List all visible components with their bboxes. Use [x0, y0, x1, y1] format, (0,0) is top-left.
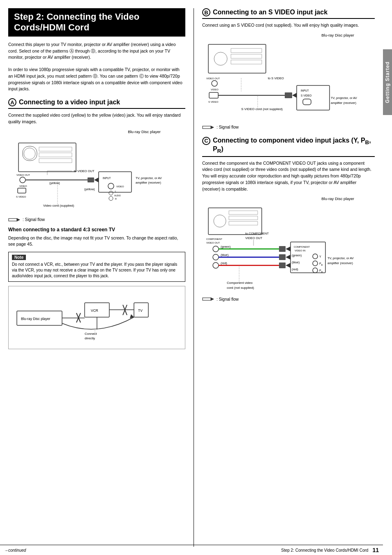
subsection-43-text: Depending on the disc, the image may not…	[8, 235, 185, 248]
section-b-diagram: Blu-ray Disc player VIDEO OUT VIDEO S VI…	[202, 33, 375, 130]
page-title: Step 2: Connecting the Video Cords/HDMI …	[14, 12, 180, 33]
svg-text:VIDEO OUT: VIDEO OUT	[245, 236, 263, 240]
section-a-diagram: Blu-ray Disc player VIDEO OUT VIDEO	[8, 129, 185, 223]
section-b-circle: B	[202, 8, 210, 16]
section-c-svg: COMPONENT VIDEO OUT	[204, 202, 373, 296]
svg-text:(blue): (blue)	[292, 260, 300, 264]
svg-text:(yellow): (yellow)	[49, 181, 60, 185]
svg-text:(yellow): (yellow)	[84, 187, 95, 191]
right-column: B Connecting to an S VIDEO input jack Co…	[194, 8, 375, 547]
section-c-title: C Connecting to component video input ja…	[202, 137, 375, 157]
section-a-text: Connect the supplied video cord (yellow)…	[8, 112, 185, 125]
svg-rect-55	[231, 60, 262, 64]
section-c-circle: C	[202, 137, 210, 145]
svg-text:Y: Y	[319, 255, 321, 258]
page-header: Step 2: Connecting the Video Cords/HDMI …	[8, 8, 185, 37]
svg-text:to VIDEO OUT: to VIDEO OUT	[74, 169, 95, 173]
svg-rect-78	[229, 211, 258, 214]
svg-marker-92	[286, 246, 291, 251]
signal-flow-icon-a	[8, 217, 21, 223]
svg-rect-76	[208, 208, 262, 235]
svg-text:S VIDEO: S VIDEO	[16, 196, 26, 198]
section-c-text: Connect the component via the COMPONENT …	[202, 160, 375, 193]
main-content: Step 2: Connecting the Video Cords/HDMI …	[0, 0, 383, 555]
svg-text:VIDEO IN: VIDEO IN	[295, 249, 305, 252]
section-a-title: A Connecting to a video input jack	[8, 98, 185, 109]
svg-rect-89	[279, 246, 286, 252]
svg-rect-51	[208, 44, 266, 73]
svg-marker-93	[286, 255, 291, 260]
svg-rect-62	[285, 92, 292, 98]
svg-text:VIDEO OUT: VIDEO OUT	[206, 77, 220, 80]
section-a-svg: VIDEO OUT VIDEO S VIDEO INPUT	[10, 135, 183, 217]
svg-text:(red): (red)	[292, 267, 298, 271]
page: Step 2: Connecting the Video Cords/HDMI …	[0, 0, 392, 555]
note-box: Note Do not connect a VCR, etc., between…	[8, 252, 185, 282]
svg-text:(red): (red)	[221, 261, 227, 265]
svg-text:to S VIDEO: to S VIDEO	[268, 76, 284, 80]
svg-point-102	[313, 268, 318, 273]
svg-text:VIDEO: VIDEO	[19, 185, 27, 187]
section-b-label: Connecting to an S VIDEO input jack	[213, 9, 327, 16]
svg-point-98	[313, 254, 318, 259]
svg-rect-53	[231, 48, 262, 53]
svg-text:(green): (green)	[221, 245, 231, 249]
svg-rect-54	[231, 54, 262, 58]
svg-text:Connect: Connect	[85, 332, 97, 336]
svg-rect-118	[203, 298, 211, 300]
svg-text:TV: TV	[138, 309, 143, 313]
svg-marker-33	[17, 218, 20, 221]
svg-point-18	[109, 191, 113, 195]
left-column: Step 2: Connecting the Video Cords/HDMI …	[8, 8, 194, 547]
svg-text:TV, projector, or AV: TV, projector, or AV	[136, 176, 162, 180]
svg-point-83	[213, 246, 219, 252]
svg-rect-3	[39, 147, 72, 151]
svg-text:(green): (green)	[292, 253, 302, 257]
svg-text:VIDEO OUT: VIDEO OUT	[16, 174, 30, 176]
svg-rect-91	[279, 263, 286, 268]
section-b-svg: VIDEO OUT VIDEO S VIDEO INPUT S VIDEO	[204, 38, 373, 124]
vcr-svg: Blu-ray Disc player VCR TV	[13, 290, 152, 344]
page-number: 11	[372, 547, 379, 553]
svg-marker-94	[286, 263, 291, 268]
blu-ray-label-b: Blu-ray Disc player	[202, 33, 375, 37]
svg-rect-90	[279, 254, 286, 260]
svg-text:TV, projector, or AV: TV, projector, or AV	[331, 96, 357, 100]
svg-text:PB: PB	[319, 262, 323, 266]
svg-rect-12	[88, 177, 94, 182]
blu-ray-label-c: Blu-ray Disc player	[202, 196, 375, 201]
signal-flow-b: : Signal flow	[202, 124, 375, 130]
svg-text:to COMPONENT: to COMPONENT	[245, 232, 269, 235]
svg-rect-1	[23, 146, 37, 161]
signal-flow-icon-c	[202, 296, 214, 302]
svg-text:R: R	[115, 198, 117, 200]
vcr-diagram: Blu-ray Disc player VCR TV	[8, 286, 185, 349]
intro-text-2: In order to view 1080p progressive signa…	[8, 67, 185, 92]
signal-flow-a: : Signal flow	[8, 217, 185, 223]
section-a-circle: A	[8, 98, 16, 106]
svg-rect-79	[229, 216, 258, 220]
section-b-text: Connect using an S VIDEO cord (not suppl…	[202, 22, 375, 29]
svg-point-100	[313, 261, 318, 266]
svg-text:VIDEO: VIDEO	[211, 88, 219, 91]
section-c-diagram: Blu-ray Disc player COMPONENT VIDEO OUT	[202, 196, 375, 302]
svg-marker-63	[292, 93, 297, 98]
svg-marker-75	[211, 126, 214, 129]
svg-text:amplifier (receiver): amplifier (receiver)	[331, 101, 357, 105]
svg-text:COMPONENT: COMPONENT	[206, 238, 222, 240]
svg-point-52	[214, 52, 227, 65]
svg-point-57	[212, 81, 217, 86]
footer: →continued Step 2: Connecting the Video …	[0, 545, 383, 555]
svg-text:Blu-ray Disc player: Blu-ray Disc player	[21, 317, 50, 321]
svg-text:amplifier (receiver): amplifier (receiver)	[136, 181, 161, 184]
svg-text:COMPONENT: COMPONENT	[294, 246, 310, 248]
svg-point-85	[213, 263, 219, 268]
svg-text:S VIDEO: S VIDEO	[208, 101, 219, 103]
svg-text:L: L	[115, 190, 116, 193]
svg-marker-119	[211, 297, 214, 301]
svg-text:TV, projector, or AV: TV, projector, or AV	[327, 256, 354, 260]
svg-text:VIDEO OUT: VIDEO OUT	[206, 242, 220, 244]
svg-text:S VIDEO cord (not supplied): S VIDEO cord (not supplied)	[241, 107, 283, 111]
svg-point-84	[213, 254, 219, 260]
svg-rect-32	[9, 219, 17, 221]
